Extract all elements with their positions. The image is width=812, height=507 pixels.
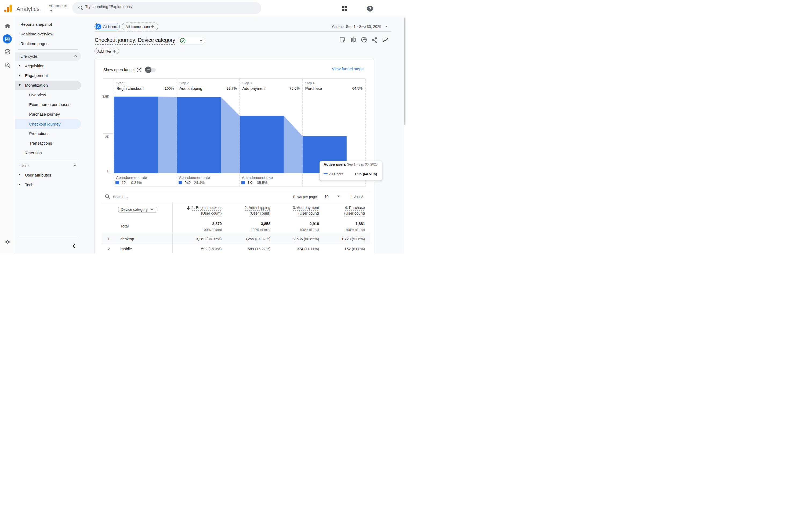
svg-text:?: ?	[138, 68, 140, 71]
